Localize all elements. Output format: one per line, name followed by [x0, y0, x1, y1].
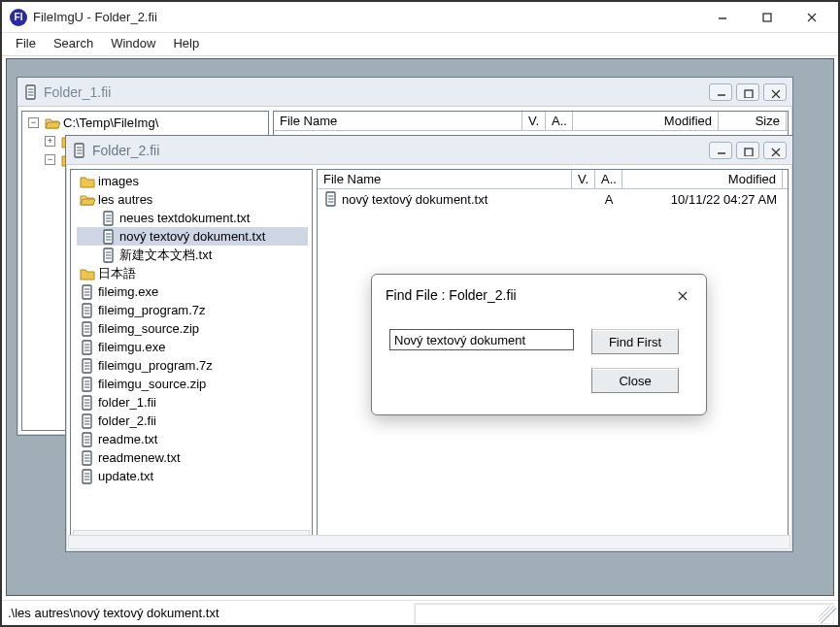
- tree-item[interactable]: fileimg_program.7z: [77, 301, 308, 319]
- list-row[interactable]: nový textový dokument.txtA10/11/22 04:27…: [318, 189, 788, 209]
- cell-attr: A: [595, 192, 622, 207]
- tree-item[interactable]: 新建文本文档.txt: [77, 246, 308, 264]
- tree-item-label: readme.txt: [98, 432, 157, 446]
- tree-item[interactable]: images: [77, 172, 308, 190]
- tree-item[interactable]: fileimgu_program.7z: [77, 356, 308, 375]
- tree-item-label: les autres: [98, 192, 152, 207]
- tree-item[interactable]: update.txt: [77, 467, 308, 485]
- tree-item[interactable]: readme.txt: [77, 430, 308, 448]
- file-icon: [101, 248, 117, 263]
- tree-item-label: fileimgu.exe: [98, 340, 165, 354]
- app-maximize-button[interactable]: [745, 2, 790, 33]
- tree-item-label: fileimg.exe: [98, 284, 158, 299]
- file-icon: [80, 450, 95, 466]
- expand-toggle-icon[interactable]: +: [45, 136, 55, 147]
- col-modified[interactable]: Modified: [573, 112, 719, 130]
- menu-window[interactable]: Window: [111, 36, 155, 50]
- folder-icon: [80, 266, 95, 281]
- tree-item-label: fileimgu_program.7z: [98, 358, 213, 373]
- tree-item-label: fileimg_program.7z: [98, 303, 206, 317]
- folder-open-icon: [80, 192, 95, 208]
- tree-item[interactable]: fileimgu_source.zip: [77, 375, 308, 393]
- tree-item-label: nový textový dokument.txt: [119, 229, 265, 244]
- menu-help[interactable]: Help: [173, 36, 199, 50]
- file-icon: [80, 432, 95, 447]
- find-first-button[interactable]: Find First: [591, 329, 679, 354]
- col-attr[interactable]: A..: [546, 112, 573, 130]
- tree-item[interactable]: neues textdokument.txt: [77, 209, 308, 227]
- child-title: Folder_2.fii: [92, 143, 705, 158]
- file-icon: [80, 395, 95, 411]
- menu-search[interactable]: Search: [53, 36, 93, 50]
- child-close-button[interactable]: [763, 83, 787, 101]
- child-maximize-button[interactable]: [736, 83, 759, 101]
- find-file-dialog[interactable]: Find File : Folder_2.fii Find First Clos…: [371, 274, 707, 415]
- child-minimize-button[interactable]: [709, 83, 732, 101]
- tree-item[interactable]: folder_2.fii: [77, 412, 308, 430]
- tree-item[interactable]: les autres: [77, 190, 308, 209]
- file-icon: [101, 211, 117, 226]
- file-icon: [80, 340, 95, 355]
- file-icon: [80, 377, 95, 392]
- file-icon: [80, 413, 95, 429]
- app-titlebar: FI FileImgU - Folder_2.fii: [2, 2, 838, 33]
- tree-item-label: images: [98, 174, 139, 188]
- status-bar: .\les autres\nový textový dokument.txt: [2, 600, 838, 625]
- app-title: FileImgU - Folder_2.fii: [33, 10, 700, 24]
- tree-item[interactable]: folder_1.fii: [77, 393, 308, 412]
- tree-item[interactable]: readmenew.txt: [77, 448, 308, 467]
- tree-item[interactable]: fileimg_source.zip: [77, 319, 308, 338]
- close-icon: [675, 288, 689, 302]
- menu-file[interactable]: File: [16, 36, 36, 50]
- tree-item-label: 日本語: [98, 265, 136, 282]
- horizontal-scrollbar[interactable]: [68, 535, 790, 549]
- status-path: .\les autres\nový textový dokument.txt: [2, 603, 414, 624]
- col-version[interactable]: V.: [522, 112, 546, 130]
- document-icon: [23, 84, 39, 100]
- child-close-button[interactable]: [763, 142, 787, 159]
- file-icon: [80, 469, 95, 484]
- tree-item[interactable]: 日本語: [77, 264, 308, 282]
- col-attr[interactable]: A..: [595, 170, 622, 188]
- folder-icon: [80, 174, 95, 189]
- child-maximize-button[interactable]: [736, 142, 759, 159]
- col-filename[interactable]: File Name: [274, 112, 522, 130]
- child-title: Folder_1.fii: [44, 84, 705, 100]
- find-input[interactable]: [389, 329, 574, 350]
- file-icon: [80, 284, 95, 300]
- tree-item[interactable]: fileimg.exe: [77, 282, 308, 301]
- tree-item[interactable]: nový textový dokument.txt: [77, 227, 308, 246]
- col-size[interactable]: Size: [719, 112, 787, 130]
- tree-item-label: readmenew.txt: [98, 450, 181, 465]
- list-header[interactable]: File Name V. A.. Modified Size: [274, 112, 788, 131]
- expand-toggle-icon[interactable]: −: [45, 154, 55, 165]
- app-minimize-button[interactable]: [700, 2, 745, 33]
- find-dialog-title: Find File : Folder_2.fii: [386, 287, 671, 303]
- resize-grip[interactable]: [819, 606, 836, 623]
- child-minimize-button[interactable]: [709, 142, 732, 159]
- col-modified[interactable]: Modified: [622, 170, 783, 188]
- cell-filename: nový textový dokument.txt: [318, 191, 572, 207]
- app-icon: FI: [10, 9, 27, 26]
- file-icon: [80, 321, 95, 337]
- folder-open-icon: [45, 116, 60, 131]
- col-version[interactable]: V.: [572, 170, 595, 188]
- file-icon: [101, 229, 117, 245]
- child-titlebar-folder1[interactable]: Folder_1.fii: [17, 78, 792, 107]
- col-filename[interactable]: File Name: [318, 170, 572, 188]
- file-icon: [80, 358, 95, 374]
- list-header[interactable]: File Name V. A.. Modified: [318, 170, 788, 189]
- tree-item-label: neues textdokument.txt: [119, 211, 250, 225]
- status-panel-2: [414, 603, 834, 624]
- find-dialog-close-button[interactable]: [671, 284, 692, 306]
- find-close-button[interactable]: Close: [591, 368, 679, 393]
- child-titlebar-folder2[interactable]: Folder_2.fii: [66, 136, 792, 165]
- tree-pane-folder2[interactable]: imagesles autresneues textdokument.txtno…: [70, 169, 313, 547]
- tree-item[interactable]: fileimgu.exe: [77, 338, 308, 356]
- expand-toggle-icon[interactable]: −: [28, 117, 39, 128]
- tree-item-label: 新建文本文档.txt: [119, 247, 212, 264]
- file-icon: [80, 303, 95, 318]
- tree-root[interactable]: − C:\Temp\FileImg\: [28, 114, 264, 132]
- document-icon: [323, 191, 339, 207]
- app-close-button[interactable]: [790, 2, 834, 33]
